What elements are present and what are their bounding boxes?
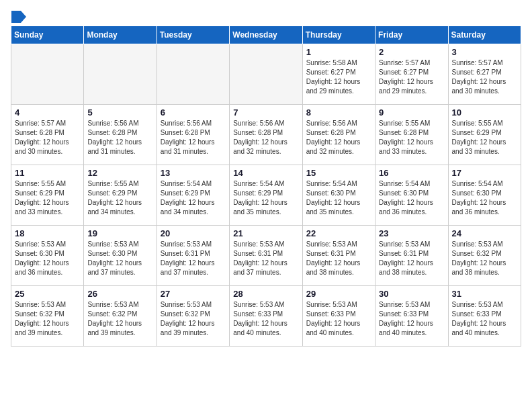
calendar-cell: 20Sunrise: 5:53 AM Sunset: 6:31 PM Dayli… — [157, 226, 229, 286]
day-number: 31 — [452, 289, 517, 299]
day-info: Sunrise: 5:57 AM Sunset: 6:27 PM Dayligh… — [379, 58, 444, 96]
day-info: Sunrise: 5:53 AM Sunset: 6:32 PM Dayligh… — [15, 300, 80, 338]
week-row-3: 11Sunrise: 5:55 AM Sunset: 6:29 PM Dayli… — [11, 165, 521, 226]
calendar-header-row: SundayMondayTuesdayWednesdayThursdayFrid… — [11, 26, 521, 44]
day-number: 24 — [452, 228, 517, 238]
calendar-cell: 23Sunrise: 5:53 AM Sunset: 6:31 PM Dayli… — [375, 226, 448, 286]
day-info: Sunrise: 5:53 AM Sunset: 6:31 PM Dayligh… — [161, 240, 226, 277]
day-number: 28 — [233, 289, 298, 299]
day-info: Sunrise: 5:54 AM Sunset: 6:30 PM Dayligh… — [452, 179, 517, 217]
day-header-thursday: Thursday — [302, 26, 375, 44]
day-header-friday: Friday — [375, 26, 448, 44]
day-info: Sunrise: 5:53 AM Sunset: 6:32 PM Dayligh… — [161, 300, 226, 338]
calendar-cell: 22Sunrise: 5:53 AM Sunset: 6:31 PM Dayli… — [302, 226, 375, 286]
day-info: Sunrise: 5:54 AM Sunset: 6:30 PM Dayligh… — [379, 179, 444, 217]
day-info: Sunrise: 5:54 AM Sunset: 6:30 PM Dayligh… — [306, 179, 371, 217]
day-info: Sunrise: 5:55 AM Sunset: 6:29 PM Dayligh… — [15, 179, 80, 217]
day-info: Sunrise: 5:58 AM Sunset: 6:27 PM Dayligh… — [306, 58, 371, 96]
day-number: 3 — [452, 47, 517, 57]
day-number: 17 — [452, 168, 517, 178]
calendar-cell: 31Sunrise: 5:53 AM Sunset: 6:33 PM Dayli… — [448, 286, 521, 347]
day-info: Sunrise: 5:55 AM Sunset: 6:29 PM Dayligh… — [87, 179, 152, 217]
day-info: Sunrise: 5:53 AM Sunset: 6:33 PM Dayligh… — [379, 300, 444, 338]
calendar-cell — [157, 44, 229, 105]
day-header-sunday: Sunday — [11, 26, 84, 44]
calendar-cell: 6Sunrise: 5:56 AM Sunset: 6:28 PM Daylig… — [157, 105, 229, 165]
day-info: Sunrise: 5:53 AM Sunset: 6:32 PM Dayligh… — [452, 240, 517, 277]
day-number: 19 — [87, 228, 152, 238]
day-number: 20 — [161, 228, 226, 238]
calendar-cell: 2Sunrise: 5:57 AM Sunset: 6:27 PM Daylig… — [375, 44, 448, 105]
svg-marker-0 — [11, 11, 26, 23]
day-header-tuesday: Tuesday — [157, 26, 229, 44]
week-row-4: 18Sunrise: 5:53 AM Sunset: 6:30 PM Dayli… — [11, 226, 521, 286]
day-header-monday: Monday — [84, 26, 157, 44]
calendar-cell: 24Sunrise: 5:53 AM Sunset: 6:32 PM Dayli… — [448, 226, 521, 286]
calendar-cell: 11Sunrise: 5:55 AM Sunset: 6:29 PM Dayli… — [11, 165, 84, 226]
calendar-cell: 4Sunrise: 5:57 AM Sunset: 6:28 PM Daylig… — [11, 105, 84, 165]
calendar-table: SundayMondayTuesdayWednesdayThursdayFrid… — [11, 26, 521, 347]
day-number: 14 — [233, 168, 298, 178]
calendar-cell: 21Sunrise: 5:53 AM Sunset: 6:31 PM Dayli… — [230, 226, 302, 286]
calendar-cell: 12Sunrise: 5:55 AM Sunset: 6:29 PM Dayli… — [84, 165, 157, 226]
day-number: 23 — [379, 228, 444, 238]
calendar-cell: 26Sunrise: 5:53 AM Sunset: 6:32 PM Dayli… — [84, 286, 157, 347]
day-info: Sunrise: 5:53 AM Sunset: 6:33 PM Dayligh… — [306, 300, 371, 338]
day-number: 12 — [87, 168, 152, 178]
calendar-cell: 28Sunrise: 5:53 AM Sunset: 6:33 PM Dayli… — [230, 286, 302, 347]
day-info: Sunrise: 5:55 AM Sunset: 6:29 PM Dayligh… — [452, 119, 517, 156]
day-info: Sunrise: 5:53 AM Sunset: 6:31 PM Dayligh… — [233, 240, 298, 277]
day-info: Sunrise: 5:53 AM Sunset: 6:31 PM Dayligh… — [306, 240, 371, 277]
day-number: 1 — [306, 47, 371, 57]
day-number: 16 — [379, 168, 444, 178]
calendar-cell: 15Sunrise: 5:54 AM Sunset: 6:30 PM Dayli… — [302, 165, 375, 226]
day-info: Sunrise: 5:53 AM Sunset: 6:31 PM Dayligh… — [379, 240, 444, 277]
calendar-cell: 30Sunrise: 5:53 AM Sunset: 6:33 PM Dayli… — [375, 286, 448, 347]
week-row-1: 1Sunrise: 5:58 AM Sunset: 6:27 PM Daylig… — [11, 44, 521, 105]
day-info: Sunrise: 5:53 AM Sunset: 6:30 PM Dayligh… — [15, 240, 80, 277]
day-info: Sunrise: 5:57 AM Sunset: 6:27 PM Dayligh… — [452, 58, 517, 96]
calendar-cell: 1Sunrise: 5:58 AM Sunset: 6:27 PM Daylig… — [302, 44, 375, 105]
day-info: Sunrise: 5:54 AM Sunset: 6:29 PM Dayligh… — [233, 179, 298, 217]
calendar-cell: 19Sunrise: 5:53 AM Sunset: 6:30 PM Dayli… — [84, 226, 157, 286]
day-info: Sunrise: 5:55 AM Sunset: 6:28 PM Dayligh… — [379, 119, 444, 156]
calendar-cell: 29Sunrise: 5:53 AM Sunset: 6:33 PM Dayli… — [302, 286, 375, 347]
calendar-cell: 3Sunrise: 5:57 AM Sunset: 6:27 PM Daylig… — [448, 44, 521, 105]
day-number: 13 — [161, 168, 226, 178]
day-number: 4 — [15, 107, 80, 118]
calendar-cell — [230, 44, 302, 105]
day-number: 30 — [379, 289, 444, 299]
day-info: Sunrise: 5:53 AM Sunset: 6:33 PM Dayligh… — [233, 300, 298, 338]
day-info: Sunrise: 5:56 AM Sunset: 6:28 PM Dayligh… — [233, 119, 298, 156]
week-row-5: 25Sunrise: 5:53 AM Sunset: 6:32 PM Dayli… — [11, 286, 521, 347]
day-number: 7 — [233, 107, 298, 118]
calendar-cell: 7Sunrise: 5:56 AM Sunset: 6:28 PM Daylig… — [230, 105, 302, 165]
day-info: Sunrise: 5:57 AM Sunset: 6:28 PM Dayligh… — [15, 119, 80, 156]
calendar-cell: 8Sunrise: 5:56 AM Sunset: 6:28 PM Daylig… — [302, 105, 375, 165]
calendar-cell: 13Sunrise: 5:54 AM Sunset: 6:29 PM Dayli… — [157, 165, 229, 226]
calendar-cell: 27Sunrise: 5:53 AM Sunset: 6:32 PM Dayli… — [157, 286, 229, 347]
logo-icon — [11, 11, 26, 23]
calendar-cell: 14Sunrise: 5:54 AM Sunset: 6:29 PM Dayli… — [230, 165, 302, 226]
calendar-cell — [84, 44, 157, 105]
day-info: Sunrise: 5:56 AM Sunset: 6:28 PM Dayligh… — [306, 119, 371, 156]
calendar-cell: 5Sunrise: 5:56 AM Sunset: 6:28 PM Daylig… — [84, 105, 157, 165]
day-number: 22 — [306, 228, 371, 238]
calendar-cell: 9Sunrise: 5:55 AM Sunset: 6:28 PM Daylig… — [375, 105, 448, 165]
calendar-cell: 16Sunrise: 5:54 AM Sunset: 6:30 PM Dayli… — [375, 165, 448, 226]
day-info: Sunrise: 5:53 AM Sunset: 6:30 PM Dayligh… — [87, 240, 152, 277]
calendar-cell: 17Sunrise: 5:54 AM Sunset: 6:30 PM Dayli… — [448, 165, 521, 226]
calendar-cell: 25Sunrise: 5:53 AM Sunset: 6:32 PM Dayli… — [11, 286, 84, 347]
day-number: 27 — [161, 289, 226, 299]
calendar-cell: 10Sunrise: 5:55 AM Sunset: 6:29 PM Dayli… — [448, 105, 521, 165]
day-number: 8 — [306, 107, 371, 118]
logo — [11, 11, 26, 20]
day-number: 15 — [306, 168, 371, 178]
day-info: Sunrise: 5:56 AM Sunset: 6:28 PM Dayligh… — [161, 119, 226, 156]
day-number: 11 — [15, 168, 80, 178]
day-info: Sunrise: 5:56 AM Sunset: 6:28 PM Dayligh… — [87, 119, 152, 156]
week-row-2: 4Sunrise: 5:57 AM Sunset: 6:28 PM Daylig… — [11, 105, 521, 165]
day-info: Sunrise: 5:53 AM Sunset: 6:33 PM Dayligh… — [452, 300, 517, 338]
day-header-wednesday: Wednesday — [230, 26, 302, 44]
day-number: 25 — [15, 289, 80, 299]
